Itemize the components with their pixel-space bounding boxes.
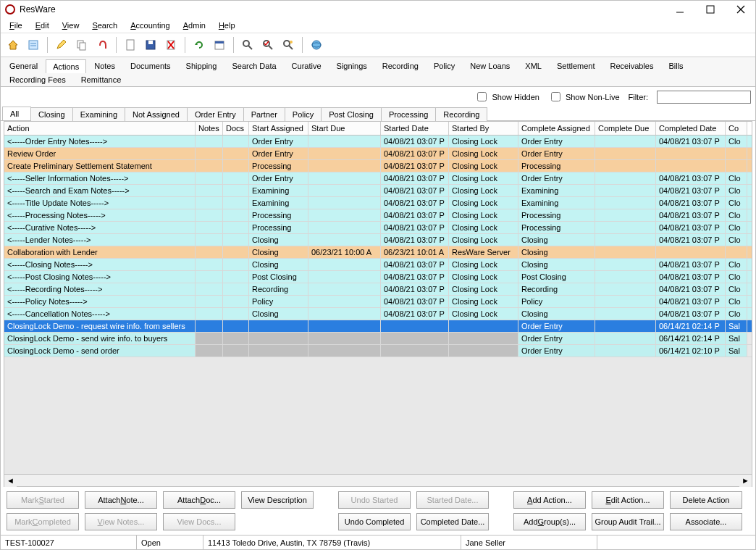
tab-bills[interactable]: Bills	[661, 59, 690, 72]
delete-icon[interactable]	[161, 36, 180, 54]
globe-icon[interactable]	[307, 36, 326, 54]
new-doc-icon[interactable]	[121, 36, 140, 54]
horizontal-scrollbar[interactable]: ◄ ►	[4, 474, 752, 486]
tab-recording[interactable]: Recording	[375, 59, 426, 72]
search-icon[interactable]	[238, 36, 257, 54]
tab-remittance[interactable]: Remittance	[74, 72, 129, 86]
scroll-left-arrow[interactable]: ◄	[4, 475, 17, 487]
table-row[interactable]: <-----Policy Notes----->Policy04/08/21 0…	[4, 296, 752, 308]
subtab-closing[interactable]: Closing	[30, 107, 73, 121]
menu-help[interactable]: Help	[213, 20, 241, 31]
group-audit-trail-button[interactable]: Group Audit Trail...	[592, 513, 664, 530]
tab-actions[interactable]: Actions	[46, 59, 86, 73]
table-row[interactable]: <-----Lender Notes----->Closing04/08/21 …	[4, 234, 752, 246]
calendar-icon[interactable]	[210, 36, 229, 54]
subtab-order-entry[interactable]: Order Entry	[187, 107, 244, 121]
filter-input[interactable]	[657, 91, 751, 104]
delete-action-button[interactable]: Delete Action	[670, 491, 742, 509]
attach-note-button[interactable]: Attach Note...	[85, 491, 157, 509]
subtab-examining[interactable]: Examining	[72, 107, 125, 121]
notes-icon[interactable]	[24, 36, 43, 54]
tab-notes[interactable]: Notes	[87, 59, 122, 72]
tab-documents[interactable]: Documents	[123, 59, 178, 72]
refresh-icon[interactable]	[190, 36, 209, 54]
subtab-policy[interactable]: Policy	[285, 107, 322, 121]
menu-edit[interactable]: Edit	[30, 20, 55, 31]
menu-file[interactable]: File	[4, 20, 28, 31]
col-co[interactable]: Co	[726, 122, 747, 135]
copy-icon[interactable]	[72, 36, 91, 54]
table-row[interactable]: Create Preliminary Settlement StatementP…	[4, 160, 752, 172]
menu-view[interactable]: View	[56, 20, 85, 31]
close-button[interactable]	[731, 2, 751, 17]
subtab-processing[interactable]: Processing	[381, 107, 436, 121]
col-start-assigned[interactable]: Start Assigned	[249, 122, 308, 135]
grid-body[interactable]: <-----Order Entry Notes----->Order Entry…	[4, 136, 752, 474]
subtab-partner[interactable]: Partner	[243, 107, 285, 121]
add-action-button[interactable]: Add Action...	[513, 491, 586, 509]
search-plus-icon[interactable]	[279, 36, 298, 54]
menu-accounting[interactable]: Accounting	[125, 20, 175, 31]
tab-general[interactable]: General	[2, 59, 45, 72]
table-row[interactable]: <-----Closing Notes----->Closing04/08/21…	[4, 259, 752, 271]
save-icon[interactable]	[141, 36, 160, 54]
home-icon[interactable]	[4, 36, 22, 54]
menu-admin[interactable]: Admin	[177, 20, 211, 31]
col-docs[interactable]: Docs	[223, 122, 249, 135]
scroll-right-arrow[interactable]: ►	[739, 475, 752, 487]
tab-shipping[interactable]: Shipping	[179, 59, 224, 72]
table-row[interactable]: <-----Processing Notes----->Processing04…	[4, 209, 752, 222]
tab-xml[interactable]: XML	[518, 59, 549, 72]
main-tabs: GeneralActionsNotesDocumentsShippingSear…	[1, 57, 755, 87]
table-row[interactable]: <-----Cancellation Notes----->Closing04/…	[4, 308, 752, 320]
subtab-all[interactable]: All	[2, 107, 31, 120]
col-completed-date[interactable]: Completed Date	[656, 122, 726, 135]
tab-settlement[interactable]: Settlement	[550, 59, 602, 72]
tab-search-data[interactable]: Search Data	[224, 59, 283, 72]
search-check-icon[interactable]	[259, 36, 277, 54]
add-group-s-button[interactable]: Add Group(s)...	[513, 513, 586, 530]
col-started-by[interactable]: Started By	[449, 122, 518, 135]
completed-date-button[interactable]: Completed Date...	[416, 513, 489, 530]
table-row[interactable]: ClosingLock Demo - send orderOrder Entry…	[4, 345, 752, 357]
edit-action-button[interactable]: Edit Action...	[592, 491, 664, 509]
show-hidden-checkbox[interactable]: Show Hidden	[474, 90, 539, 104]
table-row[interactable]: <-----Curative Notes----->Processing04/0…	[4, 222, 752, 234]
col-complete-assigned[interactable]: Complete Assigned	[518, 122, 595, 135]
tab-signings[interactable]: Signings	[329, 59, 374, 72]
table-row[interactable]: Review OrderOrder Entry04/08/21 03:07 PC…	[4, 148, 752, 160]
maximize-button[interactable]	[700, 2, 721, 17]
minimize-button[interactable]	[670, 2, 690, 17]
attach-doc-button[interactable]: Attach Doc...	[163, 491, 235, 509]
tab-curative[interactable]: Curative	[285, 59, 329, 72]
table-row[interactable]: <-----Seller Information Notes----->Orde…	[4, 172, 752, 185]
subtab-recording[interactable]: Recording	[435, 107, 487, 121]
col-started-date[interactable]: Started Date	[381, 122, 449, 135]
show-nonlive-checkbox[interactable]: Show Non-Live	[548, 90, 620, 104]
col-notes[interactable]: Notes	[196, 122, 223, 135]
tab-recording-fees[interactable]: Recording Fees	[2, 72, 73, 86]
associate-button[interactable]: Associate...	[670, 513, 742, 530]
tab-receivables[interactable]: Receivables	[603, 59, 661, 72]
col-complete-due[interactable]: Complete Due	[595, 122, 656, 135]
table-row[interactable]: <-----Title Update Notes----->Examining0…	[4, 197, 752, 209]
col-start-due[interactable]: Start Due	[308, 122, 381, 135]
menu-search[interactable]: Search	[86, 20, 123, 31]
table-row[interactable]: ClosingLock Demo - send wire info. to bu…	[4, 333, 752, 345]
view-description-button[interactable]: View Description	[241, 491, 314, 509]
table-row[interactable]: Collaboration with LenderClosing06/23/21…	[4, 246, 752, 259]
attach-icon[interactable]	[93, 36, 112, 54]
svg-rect-10	[127, 40, 134, 50]
table-row[interactable]: <-----Order Entry Notes----->Order Entry…	[4, 136, 752, 148]
table-row[interactable]: ClosingLock Demo - request wire info. fr…	[4, 320, 752, 333]
table-row[interactable]: <-----Search and Exam Notes----->Examini…	[4, 185, 752, 197]
col-action[interactable]: Action	[4, 122, 196, 135]
table-row[interactable]: <-----Post Closing Notes----->Post Closi…	[4, 271, 752, 283]
undo-completed-button[interactable]: Undo Completed	[338, 513, 411, 530]
tab-policy[interactable]: Policy	[427, 59, 462, 72]
subtab-not-assigned[interactable]: Not Assigned	[125, 107, 188, 121]
table-row[interactable]: <-----Recording Notes----->Recording04/0…	[4, 283, 752, 296]
subtab-post-closing[interactable]: Post Closing	[321, 107, 382, 121]
tab-new-loans[interactable]: New Loans	[463, 59, 517, 72]
edit-icon[interactable]	[52, 36, 71, 54]
